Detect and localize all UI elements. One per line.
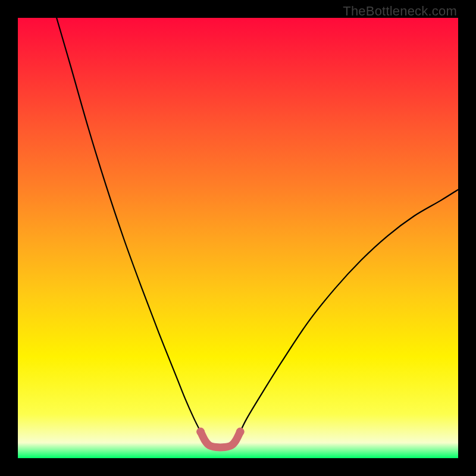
bottleneck-curve-chart xyxy=(18,18,458,458)
watermark-text: TheBottleneck.com xyxy=(343,4,457,19)
chart-frame: TheBottleneck.com xyxy=(0,0,476,476)
gradient-background xyxy=(18,18,458,458)
plot-area xyxy=(18,18,458,458)
